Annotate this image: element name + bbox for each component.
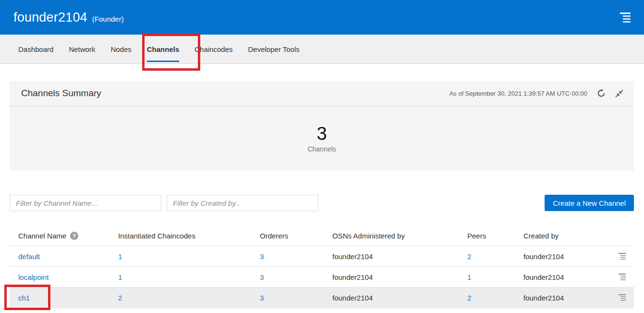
table-row-localpoint: localpoint 1 3 founder2104 1 founder2104: [10, 267, 634, 288]
instance-name: founder2104: [13, 10, 87, 25]
col-osns-administered-by: OSNs Administered by: [332, 232, 467, 240]
channel-link[interactable]: ch1: [18, 294, 30, 302]
panel-meta: As of September 30, 2021 1:39:57 AM UTC-…: [449, 89, 623, 98]
app-title: founder2104 (Founder): [13, 10, 124, 25]
channels-summary-header: Channels Summary As of September 30, 202…: [10, 81, 634, 106]
as-of-timestamp: As of September 30, 2021 1:39:57 AM UTC-…: [449, 90, 587, 97]
tab-dashboard[interactable]: Dashboard: [18, 35, 53, 63]
peers-count-link[interactable]: 2: [467, 294, 471, 302]
refresh-icon[interactable]: [597, 89, 606, 98]
collapse-icon[interactable]: [615, 89, 623, 98]
osns-administered-by-cell: founder2104: [332, 294, 467, 302]
create-channel-button[interactable]: Create a New Channel: [545, 195, 634, 211]
orderers-count-link[interactable]: 3: [260, 294, 264, 302]
instance-role: (Founder): [92, 15, 124, 23]
tab-bar: Dashboard Network Nodes Channels Chainco…: [0, 35, 644, 64]
peers-count-link[interactable]: 2: [467, 252, 471, 261]
main-menu-icon[interactable]: [618, 11, 632, 25]
tab-chaincodes[interactable]: Chaincodes: [194, 35, 232, 63]
chaincodes-count-link[interactable]: 1: [118, 252, 122, 261]
chaincodes-count-link[interactable]: 2: [118, 294, 122, 302]
tab-channels[interactable]: Channels: [147, 35, 180, 63]
col-orderers: Orderers: [260, 232, 332, 240]
help-icon[interactable]: ?: [70, 232, 78, 240]
panel-title: Channels Summary: [21, 88, 101, 99]
channels-summary-body: 3 Channels: [10, 106, 634, 171]
tab-network[interactable]: Network: [69, 35, 95, 63]
col-created-by: Created by: [523, 232, 617, 240]
created-by-cell: founder2104: [523, 273, 617, 281]
created-by-cell: founder2104: [523, 294, 617, 302]
osns-administered-by-cell: founder2104: [332, 273, 467, 281]
col-instantiated-chaincodes: Instantiated Chaincodes: [118, 232, 260, 240]
filters-toolbar: Create a New Channel: [10, 195, 634, 211]
table-row-default: default 1 3 founder2104 2 founder2104: [10, 246, 634, 267]
osns-administered-by-cell: founder2104: [332, 252, 467, 261]
chaincodes-count-link[interactable]: 1: [118, 273, 122, 281]
table-header-row: Channel Name ? Instantiated Chaincodes O…: [10, 226, 634, 246]
orderers-count-link[interactable]: 3: [260, 252, 264, 261]
app-header: founder2104 (Founder): [0, 0, 644, 35]
filter-created-by-input[interactable]: [167, 195, 318, 211]
row-actions-menu-icon[interactable]: [617, 293, 627, 302]
tab-nodes[interactable]: Nodes: [110, 35, 131, 63]
channels-count: 3: [316, 124, 327, 144]
col-peers: Peers: [467, 232, 523, 240]
row-actions-menu-icon[interactable]: [617, 272, 627, 282]
filter-channel-name-input[interactable]: [10, 195, 161, 211]
created-by-cell: founder2104: [523, 252, 617, 261]
channels-summary-panel: Channels Summary As of September 30, 202…: [10, 81, 634, 171]
orderers-count-link[interactable]: 3: [260, 273, 264, 281]
col-channel-name: Channel Name: [18, 232, 66, 240]
tab-developer-tools[interactable]: Developer Tools: [248, 35, 300, 63]
row-actions-menu-icon[interactable]: [617, 251, 627, 261]
channel-link[interactable]: default: [18, 252, 40, 261]
peers-count-link[interactable]: 1: [467, 273, 471, 281]
channels-count-label: Channels: [307, 145, 336, 153]
channel-link[interactable]: localpoint: [18, 273, 49, 281]
table-row-ch1: ch1 2 3 founder2104 2 founder2104: [10, 288, 634, 308]
channels-table: Channel Name ? Instantiated Chaincodes O…: [10, 226, 634, 308]
